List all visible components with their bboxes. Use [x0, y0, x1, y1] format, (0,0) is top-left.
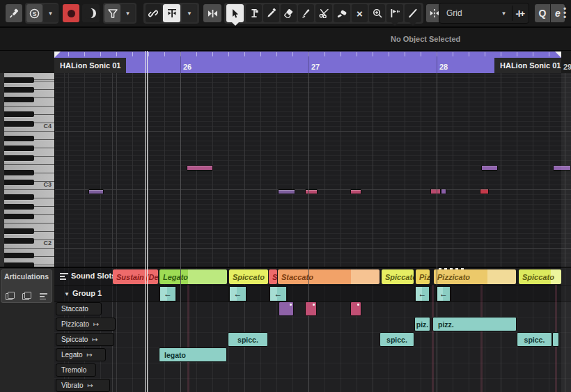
- link-editors-button[interactable]: [146, 4, 162, 22]
- erase-tool[interactable]: [281, 4, 297, 22]
- midi-note[interactable]: [88, 189, 104, 194]
- articulation-block[interactable]: [305, 301, 317, 316]
- black-key[interactable]: [4, 170, 34, 175]
- sound-slot[interactable]: S: [269, 269, 277, 284]
- articulation-block[interactable]: pizz.: [432, 317, 517, 331]
- midi-note[interactable]: [350, 189, 361, 194]
- audition-button[interactable]: [203, 4, 221, 22]
- part-label-right[interactable]: HALion Sonic 01: [494, 58, 561, 73]
- midi-note[interactable]: [278, 189, 295, 194]
- midi-note[interactable]: [481, 165, 498, 171]
- articulation-block[interactable]: spicc.: [517, 332, 552, 347]
- black-key[interactable]: [4, 228, 34, 234]
- mute-tool[interactable]: ×: [352, 4, 368, 22]
- acoustic-feedback-button[interactable]: [82, 4, 100, 22]
- midi-note[interactable]: [553, 165, 571, 171]
- record-button[interactable]: [63, 4, 79, 22]
- black-key[interactable]: [4, 77, 34, 83]
- timewarp-icon: [390, 8, 400, 18]
- filter-button[interactable]: [104, 4, 120, 22]
- sound-slot[interactable]: Sustain (Det: [113, 269, 158, 284]
- group-trigger-marker[interactable]: ←: [159, 285, 177, 302]
- split-tool[interactable]: [315, 4, 332, 22]
- black-key[interactable]: [4, 155, 34, 161]
- black-key[interactable]: [4, 180, 34, 185]
- black-key[interactable]: [4, 87, 34, 93]
- quantize-q-button[interactable]: Q: [535, 4, 550, 22]
- articulation-block[interactable]: [350, 301, 361, 316]
- glue-tool[interactable]: [334, 4, 350, 22]
- measure-number: 29: [563, 63, 571, 71]
- quantize-icon[interactable]: -I+: [515, 8, 524, 19]
- articulation-lane[interactable]: [54, 378, 571, 392]
- range-selection-tool[interactable]: [246, 4, 262, 22]
- sound-slot[interactable]: Piz: [416, 269, 430, 284]
- sound-slot[interactable]: Pizzicato: [434, 269, 516, 284]
- black-key[interactable]: [4, 214, 34, 219]
- midi-note[interactable]: [187, 165, 213, 171]
- black-key[interactable]: [4, 253, 34, 258]
- articulation-block[interactable]: legato: [159, 347, 227, 362]
- sound-slot[interactable]: Spiccato: [229, 269, 268, 284]
- collapse-triangle-icon[interactable]: ▼: [64, 291, 70, 297]
- sound-slot[interactable]: Legato: [159, 269, 227, 284]
- group-trigger-marker[interactable]: ←: [228, 285, 247, 302]
- midi-note[interactable]: [430, 189, 441, 194]
- articulation-lane[interactable]: [54, 332, 571, 348]
- autoscroll-button[interactable]: [163, 4, 180, 22]
- articulation-block[interactable]: spicc.: [380, 332, 414, 347]
- group-trigger-marker[interactable]: ←: [269, 285, 288, 302]
- black-key[interactable]: [4, 121, 34, 127]
- lane-label-tremolo[interactable]: Tremolo: [56, 363, 96, 377]
- trim-icon: [302, 8, 311, 18]
- articulation-block[interactable]: [552, 332, 559, 347]
- lane-label-staccato[interactable]: Staccato: [56, 302, 102, 315]
- group-trigger-marker[interactable]: ←: [414, 285, 430, 302]
- chevron-down-icon[interactable]: ▼: [501, 10, 507, 17]
- articulation-block[interactable]: spicc.: [228, 332, 268, 347]
- autoscroll-dropdown[interactable]: ▼: [182, 4, 197, 22]
- midi-note[interactable]: [441, 189, 446, 194]
- ruler[interactable]: HALion Sonic 01 HALion Sonic 01 26272829: [0, 51, 571, 73]
- lane-label-spiccato[interactable]: Spiccato↦: [56, 333, 114, 346]
- zoom-tool[interactable]: [369, 4, 385, 22]
- object-selection-tool[interactable]: [226, 4, 244, 22]
- articulation-block[interactable]: [279, 301, 294, 316]
- black-key[interactable]: [4, 194, 34, 200]
- paste-slot-icon[interactable]: [22, 292, 31, 300]
- grid-type-select[interactable]: Grid: [446, 8, 501, 18]
- draw-tool[interactable]: [263, 4, 279, 22]
- articulation-block[interactable]: piz.: [414, 317, 430, 331]
- lane-label-pizzicato[interactable]: Pizzicato↦: [56, 317, 116, 331]
- piano-keyboard[interactable]: C4C3C2: [4, 73, 55, 267]
- toolbar-overflow-menu[interactable]: •••: [561, 7, 568, 19]
- articulation-lane[interactable]: [54, 347, 571, 363]
- black-key[interactable]: [4, 204, 34, 210]
- group-trigger-marker[interactable]: ←: [436, 285, 451, 302]
- sound-slot[interactable]: Spiccato: [382, 269, 414, 284]
- sound-slot[interactable]: Staccato: [278, 269, 380, 284]
- sound-slot[interactable]: Spiccato: [519, 269, 561, 284]
- black-key[interactable]: [4, 136, 34, 141]
- midi-part-region[interactable]: [54, 52, 561, 73]
- articulation-lane[interactable]: [54, 363, 571, 379]
- timewarp-tool[interactable]: [386, 4, 403, 22]
- note-grid[interactable]: [54, 73, 571, 267]
- midi-note[interactable]: [480, 189, 489, 194]
- lane-label-vibrato[interactable]: Vibrato↦: [56, 379, 110, 392]
- copy-slot-icon[interactable]: [6, 292, 15, 300]
- black-key[interactable]: [4, 97, 34, 102]
- pin-button[interactable]: [6, 4, 22, 22]
- black-key[interactable]: [4, 111, 34, 117]
- line-tool[interactable]: [405, 4, 421, 22]
- midi-note[interactable]: [305, 189, 318, 194]
- solo-button[interactable]: S: [26, 4, 42, 22]
- black-key[interactable]: [4, 146, 34, 151]
- filter-dropdown[interactable]: ▼: [120, 4, 135, 22]
- black-key[interactable]: [4, 238, 34, 244]
- solo-options-dropdown[interactable]: ▼: [43, 4, 58, 22]
- part-label-left[interactable]: HALion Sonic 01: [54, 58, 126, 73]
- lane-label-legato[interactable]: Legato↦: [56, 348, 106, 361]
- slot-list-icon[interactable]: [39, 292, 48, 300]
- trim-tool[interactable]: [298, 4, 314, 22]
